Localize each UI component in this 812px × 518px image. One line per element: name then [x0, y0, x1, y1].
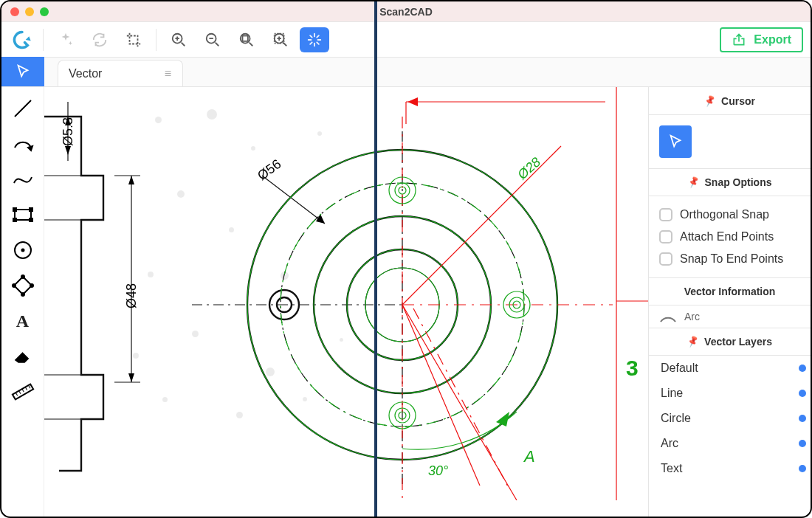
- layer-item[interactable]: Arc: [649, 431, 811, 456]
- pin-icon: 📌: [703, 94, 717, 107]
- svg-line-11: [317, 42, 319, 44]
- panel-vector-info-title: Vector Information: [684, 286, 776, 297]
- layer-color-swatch: [799, 365, 806, 372]
- zoom-region-icon[interactable]: [266, 27, 295, 52]
- svg-marker-80: [496, 412, 509, 427]
- sparkle-icon[interactable]: [51, 27, 80, 52]
- vector-info-item: Arc: [649, 305, 811, 328]
- text-tool[interactable]: A: [5, 304, 41, 338]
- maximize-window-button[interactable]: [40, 7, 49, 16]
- compare-divider[interactable]: [374, 1, 377, 517]
- svg-point-22: [21, 275, 24, 278]
- svg-line-13: [310, 42, 312, 44]
- spinner-icon[interactable]: [300, 27, 329, 52]
- svg-rect-3: [243, 35, 248, 41]
- line-tool[interactable]: [5, 91, 41, 125]
- canvas[interactable]: Ø5.3 Ø48 Ø56 Ø28 30° A 3: [44, 87, 648, 517]
- svg-line-12: [317, 35, 319, 38]
- tab-menu-icon[interactable]: ≡: [165, 67, 172, 80]
- panel-cursor-title: Cursor: [721, 95, 755, 107]
- svg-point-25: [13, 284, 16, 287]
- spline-tool[interactable]: [5, 162, 41, 196]
- layer-item[interactable]: Text: [649, 456, 811, 481]
- panel-snap-title: Snap Options: [705, 176, 772, 188]
- rectangle-tool[interactable]: [5, 198, 41, 232]
- top-toolbar: Export: [1, 22, 811, 58]
- polygon-tool[interactable]: [5, 269, 41, 303]
- svg-marker-39: [128, 176, 134, 184]
- app-window: Scan2CAD: [0, 0, 812, 518]
- zoom-fit-icon[interactable]: [232, 27, 261, 52]
- close-window-button[interactable]: [10, 7, 19, 16]
- layer-item[interactable]: Circle: [649, 406, 811, 431]
- panel-snap-header[interactable]: 📌 Snap Options: [649, 168, 811, 196]
- sheet-number: 3: [626, 356, 639, 381]
- toolbar-separator: [156, 29, 156, 51]
- layer-item[interactable]: Default: [649, 356, 811, 381]
- layer-color-swatch: [799, 415, 806, 422]
- svg-marker-43: [65, 146, 71, 155]
- layer-item[interactable]: Line: [649, 381, 811, 406]
- svg-marker-69: [407, 97, 418, 106]
- snap-to-endpoints[interactable]: Snap To End Points: [659, 248, 800, 270]
- svg-line-65: [413, 308, 509, 489]
- export-button[interactable]: Export: [720, 27, 803, 52]
- panel-cursor-header[interactable]: 📌 Cursor: [649, 87, 811, 115]
- window-title: Scan2CAD: [379, 6, 433, 18]
- eraser-tool[interactable]: [5, 339, 41, 373]
- circle-tool[interactable]: [5, 233, 41, 267]
- svg-line-53: [262, 176, 325, 224]
- checkbox-icon: [659, 252, 672, 266]
- titlebar: Scan2CAD: [1, 1, 811, 22]
- app-logo: [9, 30, 35, 50]
- panel-layers-header[interactable]: 📌 Vector Layers: [649, 328, 811, 356]
- pin-icon: 📌: [686, 335, 700, 348]
- svg-line-29: [21, 389, 24, 392]
- main-area: A: [1, 87, 811, 517]
- panel-vector-info-header[interactable]: Vector Information: [649, 277, 811, 305]
- snap-attach-endpoints[interactable]: Attach End Points: [659, 226, 800, 248]
- pin-icon: 📌: [687, 176, 701, 189]
- svg-line-30: [25, 387, 27, 390]
- panel-layers-title: Vector Layers: [704, 336, 772, 348]
- measure-tool[interactable]: [5, 375, 41, 409]
- pointer-tool[interactable]: [1, 57, 44, 86]
- export-label: Export: [754, 33, 791, 46]
- svg-point-24: [21, 293, 24, 296]
- svg-rect-16: [13, 208, 16, 211]
- layer-color-swatch: [799, 390, 806, 397]
- enhance-group: [51, 27, 148, 52]
- svg-rect-15: [15, 210, 31, 220]
- svg-rect-26: [12, 384, 32, 400]
- svg-rect-17: [30, 208, 32, 211]
- zoom-group: [164, 27, 329, 52]
- svg-rect-18: [13, 218, 16, 221]
- tab-label: Vector: [69, 67, 102, 80]
- arc-icon: [659, 310, 677, 323]
- snap-options: Orthogonal Snap Attach End Points Snap T…: [649, 196, 811, 277]
- minimize-window-button[interactable]: [25, 7, 34, 16]
- svg-line-31: [28, 385, 30, 388]
- angle-30: 30°: [428, 463, 448, 479]
- arc-tool[interactable]: [5, 127, 41, 161]
- svg-rect-19: [30, 218, 32, 221]
- export-icon: [732, 32, 746, 47]
- tab-bar: Vector ≡: [1, 58, 811, 87]
- zoom-in-icon[interactable]: [164, 27, 193, 52]
- window-controls: [10, 7, 49, 16]
- label-a: A: [524, 447, 535, 466]
- refresh-icon[interactable]: [85, 27, 114, 52]
- zoom-out-icon[interactable]: [198, 27, 227, 52]
- tab-vector[interactable]: Vector ≡: [58, 60, 183, 86]
- snap-orthogonal[interactable]: Orthogonal Snap: [659, 204, 800, 226]
- dim-48: Ø48: [124, 283, 140, 308]
- cursor-mode-button[interactable]: [659, 125, 692, 158]
- crop-icon[interactable]: [119, 27, 148, 52]
- layers-list: Default Line Circle Arc Text: [649, 356, 811, 481]
- layer-color-swatch: [799, 440, 806, 447]
- toolbar-separator: [43, 29, 44, 51]
- right-panel: 📌 Cursor 📌 Snap Options Orthogonal Snap …: [648, 87, 811, 517]
- checkbox-icon: [659, 230, 672, 244]
- checkbox-icon: [659, 208, 672, 221]
- svg-point-21: [21, 249, 24, 252]
